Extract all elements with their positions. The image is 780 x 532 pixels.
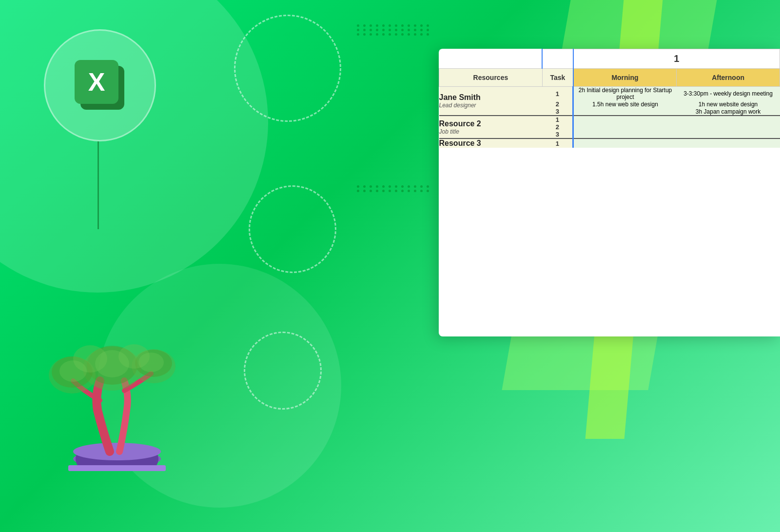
svg-point-13 — [138, 353, 164, 372]
task-number-cell: 2 — [542, 100, 573, 108]
task-number-cell: 1 — [542, 116, 573, 123]
excel-icon-front: X — [75, 60, 118, 104]
header-empty-task — [542, 49, 573, 69]
dot-pattern-mid — [357, 185, 429, 194]
task-number-cell: 2 — [542, 123, 573, 131]
spreadsheet-panel: 1 Resources Task Morning Afternoon Jane … — [439, 49, 780, 336]
resource-cell: Resource 2Job title — [439, 116, 543, 138]
resource-title: Lead designer — [439, 102, 543, 109]
task-number-cell: 3 — [542, 131, 573, 138]
col-header-afternoon: Afternoon — [677, 69, 780, 87]
dashed-circle-1 — [234, 15, 341, 122]
morning-cell: 1.5h new web site design — [573, 100, 677, 108]
afternoon-cell — [677, 138, 780, 148]
morning-cell — [573, 123, 677, 131]
excel-x-letter: X — [88, 67, 105, 97]
spreadsheet-table: 1 Resources Task Morning Afternoon Jane … — [439, 49, 780, 148]
morning-cell — [573, 108, 677, 116]
svg-point-11 — [95, 350, 129, 377]
afternoon-cell — [677, 123, 780, 131]
table-row: Resource 2Job title1 — [439, 116, 780, 123]
bonsai-illustration — [39, 278, 195, 483]
afternoon-cell: 1h new website design — [677, 100, 780, 108]
afternoon-cell — [677, 131, 780, 138]
col-header-morning: Morning — [573, 69, 677, 87]
afternoon-cell — [677, 116, 780, 123]
morning-cell — [573, 138, 677, 148]
col-header-task: Task — [542, 69, 573, 87]
morning-cell — [573, 116, 677, 123]
excel-icon-circle: X — [44, 29, 156, 141]
dashed-circle-3 — [244, 332, 322, 410]
dashed-circle-2 — [249, 185, 336, 273]
resource-name: Resource 2 — [439, 119, 543, 128]
col-header-resources: Resources — [439, 69, 543, 87]
resource-cell: Jane SmithLead designer — [439, 87, 543, 116]
resource-name: Jane Smith — [439, 93, 543, 102]
afternoon-cell: 3h Japan campaign work — [677, 108, 780, 116]
svg-point-12 — [59, 360, 87, 382]
table-row: Resource 31 — [439, 138, 780, 148]
header-empty-resources — [439, 49, 543, 69]
column-header-row: Resources Task Morning Afternoon — [439, 69, 780, 87]
svg-rect-2 — [68, 465, 166, 471]
morning-cell — [573, 131, 677, 138]
table-row: Jane SmithLead designer12h Initial desig… — [439, 87, 780, 101]
resource-cell: Resource 3 — [439, 138, 543, 148]
day-header-row: 1 — [439, 49, 780, 69]
task-number-cell: 1 — [542, 87, 573, 101]
connector-line — [98, 141, 99, 229]
resource-name: Resource 3 — [439, 139, 543, 148]
excel-icon: X — [71, 56, 129, 115]
task-number-cell: 1 — [542, 138, 573, 148]
resource-title: Job title — [439, 128, 543, 135]
morning-cell: 2h Initial design planning for Startup p… — [573, 87, 677, 101]
dot-pattern-top — [357, 24, 429, 38]
task-number-cell: 3 — [542, 108, 573, 116]
day-number-header: 1 — [573, 49, 780, 69]
afternoon-cell: 3-3:30pm - weekly design meeting — [677, 87, 780, 101]
